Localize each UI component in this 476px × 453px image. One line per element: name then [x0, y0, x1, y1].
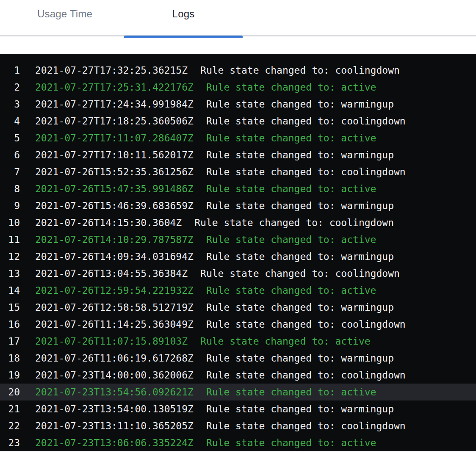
- log-message: Rule state changed to: warmingup: [206, 251, 394, 262]
- log-message: Rule state changed to: coolingdown: [206, 319, 406, 330]
- log-message: Rule state changed to: warmingup: [206, 403, 394, 414]
- log-timestamp: 2021-07-27T17:32:25.36215Z: [35, 65, 188, 76]
- log-content: 2021-07-26T14:15:30.3604ZRule state chan…: [35, 217, 394, 228]
- log-row[interactable]: 12 2021-07-26T14:09:34.031694ZRule state…: [0, 248, 476, 265]
- tab-logs[interactable]: Logs: [124, 8, 243, 36]
- log-content: 2021-07-23T13:06:06.335224ZRule state ch…: [35, 437, 376, 448]
- log-timestamp: 2021-07-26T12:58:58.512719Z: [35, 302, 194, 313]
- log-row[interactable]: 3 2021-07-27T17:24:34.991984ZRule state …: [0, 96, 476, 113]
- log-content: 2021-07-26T14:10:29.787587ZRule state ch…: [35, 234, 376, 245]
- log-content: 2021-07-23T13:11:10.365205ZRule state ch…: [35, 420, 406, 431]
- log-line-number: 6: [0, 149, 20, 160]
- log-message: Rule state changed to: coolingdown: [194, 217, 394, 228]
- log-content: 2021-07-26T11:14:25.363049ZRule state ch…: [35, 319, 406, 330]
- log-line-number: 23: [0, 437, 20, 448]
- tab-bar: Usage Time Logs: [0, 0, 476, 36]
- log-message: Rule state changed to: warmingup: [206, 353, 394, 364]
- active-tab-indicator: [124, 36, 243, 38]
- log-message: Rule state changed to: warmingup: [206, 302, 394, 313]
- log-row[interactable]: 4 2021-07-27T17:18:25.360506ZRule state …: [0, 113, 476, 130]
- log-timestamp: 2021-07-27T17:10:11.562017Z: [35, 149, 194, 160]
- log-line-number: 1: [0, 65, 20, 76]
- log-content: 2021-07-26T15:46:39.683659ZRule state ch…: [35, 200, 394, 211]
- log-timestamp: 2021-07-23T13:11:10.365205Z: [35, 420, 194, 431]
- log-line-number: 8: [0, 183, 20, 194]
- log-message: Rule state changed to: active: [206, 133, 376, 144]
- log-timestamp: 2021-07-23T13:54:56.092621Z: [35, 387, 194, 398]
- log-content: 2021-07-26T14:09:34.031694ZRule state ch…: [35, 251, 394, 262]
- log-row[interactable]: 8 2021-07-26T15:47:35.991486ZRule state …: [0, 180, 476, 197]
- log-row[interactable]: 13 2021-07-26T13:04:55.36384ZRule state …: [0, 265, 476, 282]
- log-line-number: 11: [0, 234, 20, 245]
- log-row[interactable]: 7 2021-07-26T15:52:35.361256ZRule state …: [0, 163, 476, 180]
- log-line-number: 22: [0, 420, 20, 431]
- log-content: 2021-07-27T17:18:25.360506ZRule state ch…: [35, 116, 406, 127]
- log-timestamp: 2021-07-26T13:04:55.36384Z: [35, 268, 188, 279]
- log-content: 2021-07-27T17:10:11.562017ZRule state ch…: [35, 149, 394, 160]
- log-content: 2021-07-26T11:06:19.617268ZRule state ch…: [35, 353, 394, 364]
- log-timestamp: 2021-07-26T14:15:30.3604Z: [35, 217, 182, 228]
- log-message: Rule state changed to: active: [200, 336, 371, 347]
- log-row[interactable]: 10 2021-07-26T14:15:30.3604ZRule state c…: [0, 214, 476, 231]
- log-line-number: 2: [0, 82, 20, 93]
- log-line-number: 4: [0, 116, 20, 127]
- log-timestamp: 2021-07-23T13:06:06.335224Z: [35, 437, 194, 448]
- tab-logs-label: Logs: [172, 8, 195, 19]
- log-message: Rule state changed to: active: [206, 82, 376, 93]
- log-content: 2021-07-26T12:58:58.512719ZRule state ch…: [35, 302, 394, 313]
- log-message: Rule state changed to: coolingdown: [206, 166, 406, 177]
- log-timestamp: 2021-07-23T14:00:00.362006Z: [35, 370, 194, 381]
- log-content: 2021-07-26T12:59:54.221932ZRule state ch…: [35, 285, 376, 296]
- log-timestamp: 2021-07-26T15:46:39.683659Z: [35, 200, 194, 211]
- log-timestamp: 2021-07-27T17:11:07.286407Z: [35, 133, 194, 144]
- log-content: 2021-07-23T13:54:00.130519ZRule state ch…: [35, 403, 394, 414]
- log-message: Rule state changed to: coolingdown: [206, 420, 406, 431]
- log-content: 2021-07-27T17:11:07.286407ZRule state ch…: [35, 133, 376, 144]
- log-content: 2021-07-26T15:52:35.361256ZRule state ch…: [35, 166, 406, 177]
- log-content: 2021-07-23T14:00:00.362006ZRule state ch…: [35, 370, 406, 381]
- log-row[interactable]: 2 2021-07-27T17:25:31.422176ZRule state …: [0, 79, 476, 96]
- log-row[interactable]: 11 2021-07-26T14:10:29.787587ZRule state…: [0, 231, 476, 248]
- tab-usage-time[interactable]: Usage Time: [6, 8, 124, 36]
- log-content: 2021-07-27T17:24:34.991984ZRule state ch…: [35, 99, 394, 110]
- log-timestamp: 2021-07-27T17:18:25.360506Z: [35, 116, 194, 127]
- log-content: 2021-07-26T11:07:15.89103ZRule state cha…: [35, 336, 371, 347]
- log-content: 2021-07-27T17:32:25.36215ZRule state cha…: [35, 65, 400, 76]
- log-content: 2021-07-27T17:25:31.422176ZRule state ch…: [35, 82, 376, 93]
- log-row[interactable]: 1 2021-07-27T17:32:25.36215ZRule state c…: [0, 62, 476, 79]
- log-line-number: 16: [0, 319, 20, 330]
- log-row[interactable]: 5 2021-07-27T17:11:07.286407ZRule state …: [0, 130, 476, 146]
- log-message: Rule state changed to: coolingdown: [206, 370, 406, 381]
- log-row[interactable]: 14 2021-07-26T12:59:54.221932ZRule state…: [0, 282, 476, 299]
- log-message: Rule state changed to: coolingdown: [206, 116, 406, 127]
- log-message: Rule state changed to: warmingup: [206, 200, 394, 211]
- log-message: Rule state changed to: coolingdown: [200, 268, 400, 279]
- log-message: Rule state changed to: active: [206, 285, 376, 296]
- log-timestamp: 2021-07-26T12:59:54.221932Z: [35, 285, 194, 296]
- log-message: Rule state changed to: warmingup: [206, 149, 394, 160]
- log-line-number: 5: [0, 133, 20, 144]
- log-row[interactable]: 6 2021-07-27T17:10:11.562017ZRule state …: [0, 146, 476, 163]
- log-row[interactable]: 16 2021-07-26T11:14:25.363049ZRule state…: [0, 316, 476, 333]
- log-message: Rule state changed to: coolingdown: [200, 65, 400, 76]
- log-row[interactable]: 23 2021-07-23T13:06:06.335224ZRule state…: [0, 434, 476, 451]
- log-line-number: 14: [0, 285, 20, 296]
- log-timestamp: 2021-07-26T14:09:34.031694Z: [35, 251, 194, 262]
- log-panel[interactable]: 1 2021-07-27T17:32:25.36215ZRule state c…: [0, 54, 476, 451]
- log-timestamp: 2021-07-27T17:24:34.991984Z: [35, 99, 194, 110]
- log-row[interactable]: 9 2021-07-26T15:46:39.683659ZRule state …: [0, 197, 476, 214]
- log-row[interactable]: 22 2021-07-23T13:11:10.365205ZRule state…: [0, 417, 476, 434]
- log-row[interactable]: 15 2021-07-26T12:58:58.512719ZRule state…: [0, 299, 476, 316]
- log-row[interactable]: 17 2021-07-26T11:07:15.89103ZRule state …: [0, 333, 476, 350]
- log-timestamp: 2021-07-26T15:52:35.361256Z: [35, 166, 194, 177]
- log-row[interactable]: 21 2021-07-23T13:54:00.130519ZRule state…: [0, 401, 476, 417]
- log-row[interactable]: 20 2021-07-23T13:54:56.092621ZRule state…: [0, 384, 476, 401]
- log-timestamp: 2021-07-23T13:54:00.130519Z: [35, 403, 194, 414]
- log-line-number: 18: [0, 353, 20, 364]
- log-line-number: 19: [0, 370, 20, 381]
- log-row[interactable]: 18 2021-07-26T11:06:19.617268ZRule state…: [0, 350, 476, 367]
- log-row[interactable]: 19 2021-07-23T14:00:00.362006ZRule state…: [0, 367, 476, 384]
- log-content: 2021-07-26T15:47:35.991486ZRule state ch…: [35, 183, 376, 194]
- log-line-number: 21: [0, 403, 20, 414]
- log-content: 2021-07-23T13:54:56.092621ZRule state ch…: [35, 387, 376, 398]
